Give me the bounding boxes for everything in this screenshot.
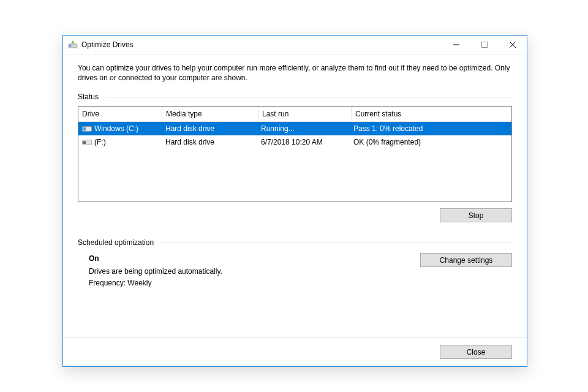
scheduled-desc: Drives are being optimized automatically… [89,266,420,277]
stop-button[interactable]: Stop [440,208,512,222]
drive-icon [82,125,92,132]
divider [160,243,512,243]
titlebar: Optimize Drives [63,36,527,55]
svg-rect-1 [69,45,71,47]
drive-cell-media: Hard disk drive [162,138,257,146]
maximize-button[interactable] [470,36,499,54]
column-header-status[interactable]: Current status [352,107,511,121]
minimize-button[interactable] [442,36,470,54]
svg-rect-7 [83,127,86,130]
column-header-last[interactable]: Last run [258,107,352,121]
scheduled-section-heading: Scheduled optimization [78,238,512,247]
app-icon [68,40,78,50]
dialog-footer: Close [63,337,527,366]
intro-text: You can optimize your drives to help you… [78,63,512,83]
drive-cell-status: Pass 1: 0% relocated [350,124,511,133]
divider [105,97,512,97]
scheduled-state: On [89,253,420,265]
drive-cell-name: Windows (C:) [78,124,162,133]
svg-rect-3 [482,42,488,48]
drive-cell-name: (F:) [78,138,162,146]
drive-name-text: Windows (C:) [94,124,138,133]
svg-rect-9 [83,141,86,144]
window-title: Optimize Drives [81,40,134,49]
optimize-drives-window: Optimize Drives You can optimize your dr… [62,35,527,367]
scheduled-text: On Drives are being optimized automatica… [78,253,420,288]
column-header-drive[interactable]: Drive [78,107,162,121]
scheduled-section: Scheduled optimization On Drives are bei… [78,238,512,288]
drive-name-text: (F:) [94,138,106,146]
drive-cell-last: 6/7/2018 10:20 AM [257,138,350,146]
drive-row[interactable]: (F:)Hard disk drive6/7/2018 10:20 AMOK (… [78,135,511,149]
drive-cell-media: Hard disk drive [162,124,257,133]
close-window-button[interactable] [499,36,527,54]
list-action-row: Stop [78,208,512,222]
scheduled-frequency: Frequency: Weekly [89,277,420,289]
drive-list[interactable]: Drive Media type Last run Current status… [78,106,512,202]
status-label: Status [78,92,99,101]
drive-row[interactable]: Windows (C:)Hard disk driveRunning...Pas… [78,122,511,135]
drive-icon [82,138,92,146]
drive-list-header: Drive Media type Last run Current status [78,107,511,122]
drive-cell-status: OK (0% fragmented) [350,138,511,146]
status-section-heading: Status [78,92,512,101]
column-header-media[interactable]: Media type [162,107,258,121]
close-button[interactable]: Close [440,345,512,359]
scheduled-label: Scheduled optimization [78,238,154,247]
window-content: You can optimize your drives to help you… [63,55,527,337]
change-settings-button[interactable]: Change settings [420,253,512,267]
drive-cell-last: Running... [257,124,350,133]
